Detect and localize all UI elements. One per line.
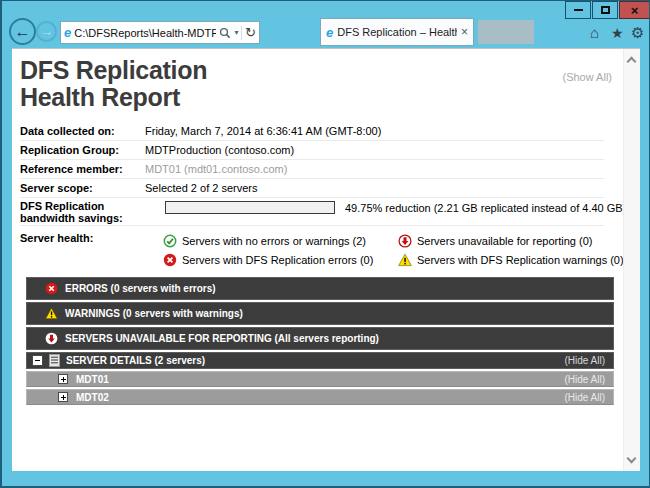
section-title: SERVER DETAILS (2 servers) xyxy=(66,355,205,366)
address-url[interactable]: C:\DFSReports\Health-MDTProduction-07Ma xyxy=(74,27,216,39)
expand-toggle-icon[interactable] xyxy=(58,392,68,402)
field-label: Data collected on: xyxy=(20,125,145,137)
settings-gear-icon[interactable]: ⚙ xyxy=(631,25,644,40)
titlebar: × ← → e C:\DFSReports\Health-MDTProducti… xyxy=(2,1,649,48)
forward-arrow-icon: → xyxy=(40,24,53,39)
section-errors[interactable]: ERRORS (0 servers with errors) xyxy=(26,277,614,300)
browser-tab[interactable]: e DFS Replication – Health Re... × xyxy=(320,18,474,46)
ok-circle-icon xyxy=(163,234,177,248)
field-label: Server health: xyxy=(20,232,93,244)
server-name: MDT02 xyxy=(76,392,109,403)
back-arrow-icon: ← xyxy=(15,23,31,41)
warning-triangle-icon xyxy=(45,307,58,320)
collapse-toggle-icon[interactable] xyxy=(32,355,43,366)
page-title: DFS Replication Health Report xyxy=(20,57,207,111)
health-item-text: Servers with no errors or warnings (2) xyxy=(182,235,366,247)
hide-all-link[interactable]: (Hide All) xyxy=(564,392,605,403)
health-item-text: Servers with DFS Replication warnings (0… xyxy=(417,254,624,266)
server-name: MDT01 xyxy=(76,374,109,385)
field-value: Friday, March 7, 2014 at 6:36:41 AM (GMT… xyxy=(145,125,604,137)
section-title: WARNINGS (0 servers with warnings) xyxy=(65,308,243,319)
unavailable-circle-icon xyxy=(45,332,58,345)
favorites-icon[interactable]: ★ xyxy=(611,26,624,40)
section-unavailable[interactable]: SERVERS UNAVAILABLE FOR REPORTING (All s… xyxy=(26,327,614,350)
bandwidth-value: 49.75% reduction (2.21 GB replicated ins… xyxy=(345,202,626,214)
report-sections: ERRORS (0 servers with errors) WARNINGS … xyxy=(26,277,614,407)
health-item-text: Servers with DFS Replication errors (0) xyxy=(182,254,373,266)
field-row-server-scope: Server scope: Selected 2 of 2 servers xyxy=(20,179,604,198)
report-fields: Data collected on: Friday, March 7, 2014… xyxy=(20,122,604,276)
home-icon[interactable]: ⌂ xyxy=(590,25,599,40)
page-favicon-icon: e xyxy=(64,26,71,39)
server-row-mdt02[interactable]: MDT02 (Hide All) xyxy=(26,389,614,405)
field-row-reference-member: Reference member: MDT01 (mdt01.contoso.c… xyxy=(20,160,604,179)
section-warnings[interactable]: WARNINGS (0 servers with warnings) xyxy=(26,302,614,325)
health-item-ok: Servers with no errors or warnings (2) xyxy=(163,234,366,248)
field-value: MDTProduction (contoso.com) xyxy=(145,144,604,156)
refresh-icon[interactable]: ↻ xyxy=(245,26,256,39)
tab-favicon-icon: e xyxy=(326,26,333,39)
address-dropdown-icon[interactable]: ▾ xyxy=(234,28,238,37)
health-item-text: Servers unavailable for reporting (0) xyxy=(417,235,592,247)
report-page: DFS Replication Health Report (Show All)… xyxy=(12,48,640,471)
health-item-unavailable: Servers unavailable for reporting (0) xyxy=(398,234,592,248)
page-title-line1: DFS Replication xyxy=(20,57,207,84)
browser-window: × ← → e C:\DFSReports\Health-MDTProducti… xyxy=(0,0,650,488)
address-bar[interactable]: e C:\DFSReports\Health-MDTProduction-07M… xyxy=(60,21,260,44)
section-title: SERVERS UNAVAILABLE FOR REPORTING (All s… xyxy=(65,333,379,344)
field-label: Server scope: xyxy=(20,182,145,194)
hide-all-link[interactable]: (Hide All) xyxy=(564,355,605,366)
server-row-mdt01[interactable]: MDT01 (Hide All) xyxy=(26,371,614,387)
forward-button[interactable]: → xyxy=(36,21,57,42)
tab-title: DFS Replication – Health Re... xyxy=(337,26,457,38)
maximize-button[interactable] xyxy=(592,1,618,19)
field-value: MDT01 (mdt01.contoso.com) xyxy=(145,163,604,175)
field-row-bandwidth: DFS Replication bandwidth savings: 49.75… xyxy=(20,198,604,226)
section-server-details[interactable]: SERVER DETAILS (2 servers) (Hide All) xyxy=(26,352,614,369)
field-row-replication-group: Replication Group: MDTProduction (contos… xyxy=(20,141,604,160)
scroll-up-icon[interactable] xyxy=(627,57,637,67)
field-value: Selected 2 of 2 servers xyxy=(145,182,604,194)
maximize-icon xyxy=(601,6,610,14)
field-label: Reference member: xyxy=(20,163,145,175)
address-divider xyxy=(241,26,242,40)
health-item-warnings: Servers with DFS Replication warnings (0… xyxy=(398,253,624,267)
field-label: DFS Replication bandwidth savings: xyxy=(20,200,150,224)
minimize-button[interactable] xyxy=(565,1,591,19)
warning-triangle-icon xyxy=(398,253,412,267)
health-item-errors: Servers with DFS Replication errors (0) xyxy=(163,253,373,267)
new-tab-button[interactable] xyxy=(478,20,534,44)
server-icon xyxy=(49,354,60,367)
show-all-link[interactable]: (Show All) xyxy=(562,71,612,83)
back-button[interactable]: ← xyxy=(9,18,36,45)
vertical-scrollbar[interactable] xyxy=(623,49,640,471)
close-tab-icon[interactable]: × xyxy=(461,26,468,38)
close-icon: × xyxy=(631,4,639,17)
scroll-down-icon[interactable] xyxy=(627,454,637,464)
search-icon[interactable] xyxy=(219,27,231,39)
field-row-server-health: Server health: Servers with no errors or… xyxy=(20,226,604,276)
close-window-button[interactable]: × xyxy=(619,1,650,19)
bandwidth-progress-bar xyxy=(165,201,335,214)
unavailable-circle-icon xyxy=(398,234,412,248)
expand-toggle-icon[interactable] xyxy=(58,374,68,384)
field-row-data-collected: Data collected on: Friday, March 7, 2014… xyxy=(20,122,604,141)
page-title-line2: Health Report xyxy=(20,84,207,111)
error-circle-icon xyxy=(163,253,177,267)
error-circle-icon xyxy=(45,282,58,295)
hide-all-link[interactable]: (Hide All) xyxy=(564,374,605,385)
field-label: Replication Group: xyxy=(20,144,145,156)
minimize-icon xyxy=(574,9,583,11)
section-title: ERRORS (0 servers with errors) xyxy=(65,283,216,294)
